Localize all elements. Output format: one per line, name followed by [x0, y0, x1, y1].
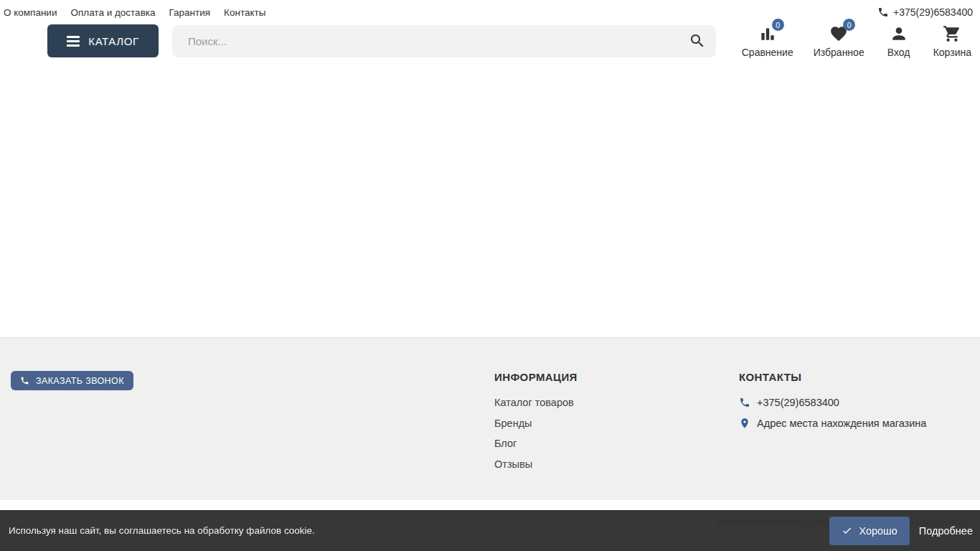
cookie-accept-button[interactable]: Хорошо [829, 517, 909, 545]
footer-info-column: ИНФОРМАЦИЯ Каталог товаров Бренды Блог О… [494, 371, 739, 500]
phone-icon [877, 6, 889, 18]
phone-icon [739, 397, 750, 408]
search-icon [689, 32, 706, 50]
favorites-button[interactable]: 0 Избранное [814, 24, 864, 58]
favorites-badge: 0 [843, 19, 855, 31]
compare-label: Сравнение [742, 47, 793, 58]
check-icon [842, 525, 852, 536]
footer-phone-number: +375(29)6583400 [757, 397, 839, 408]
order-call-button[interactable]: ЗАКАЗАТЬ ЗВОНОК [11, 371, 133, 390]
search-button[interactable] [686, 29, 709, 52]
cart-label: Корзина [933, 47, 971, 58]
footer-link-brands[interactable]: Бренды [494, 418, 739, 429]
catalog-button-label: КАТАЛОГ [88, 35, 138, 47]
footer-phone-link[interactable]: +375(29)6583400 [739, 397, 971, 408]
footer-call-column: ЗАКАЗАТЬ ЗВОНОК [11, 371, 494, 500]
cart-button[interactable]: Корзина [933, 24, 971, 58]
top-utility-bar: О компании Оплата и доставка Гарантия Ко… [0, 0, 980, 24]
catalog-button[interactable]: КАТАЛОГ [47, 24, 159, 57]
favorites-label: Избранное [814, 47, 864, 58]
footer-contacts-column: КОНТАКТЫ +375(29)6583400 Адрес места нах… [739, 371, 971, 500]
main-content [0, 57, 980, 337]
person-icon [890, 24, 908, 43]
footer-address-link[interactable]: Адрес места нахождения магазина [739, 418, 971, 429]
footer-link-reviews[interactable]: Отзывы [494, 458, 739, 470]
header-phone-link[interactable]: +375(29)6583400 [877, 6, 973, 18]
search-input[interactable] [172, 25, 716, 57]
cart-icon [943, 24, 961, 43]
cookie-more-button[interactable]: Подробнее [919, 525, 973, 537]
hamburger-icon [67, 36, 80, 47]
footer-link-catalog[interactable]: Каталог товаров [494, 397, 739, 408]
topnav-link-contacts[interactable]: Контакты [224, 7, 265, 18]
footer-info-title: ИНФОРМАЦИЯ [494, 371, 739, 383]
compare-badge: 0 [772, 19, 784, 31]
top-nav: О компании Оплата и доставка Гарантия Ко… [4, 7, 279, 18]
order-call-label: ЗАКАЗАТЬ ЗВОНОК [36, 376, 124, 386]
main-header: КАТАЛОГ 0 Сравнение 0 Избранное Вход [0, 24, 980, 57]
footer-link-blog[interactable]: Блог [494, 438, 739, 449]
topnav-link-about[interactable]: О компании [4, 7, 57, 18]
login-label: Вход [887, 47, 910, 58]
header-phone-number: +375(29)6583400 [893, 6, 973, 18]
cookie-accept-label: Хорошо [859, 525, 897, 537]
cookie-message: Используя наш сайт, вы соглашаетесь на о… [9, 525, 829, 536]
footer-contacts-title: КОНТАКТЫ [739, 371, 971, 383]
location-pin-icon [739, 418, 750, 429]
compare-button[interactable]: 0 Сравнение [742, 24, 793, 58]
header-actions: 0 Сравнение 0 Избранное Вход Корзина [742, 24, 971, 58]
phone-icon [20, 376, 29, 385]
search-box [172, 25, 716, 57]
topnav-link-payment-delivery[interactable]: Оплата и доставка [70, 7, 155, 18]
footer-address-text: Адрес места нахождения магазина [757, 418, 926, 429]
footer: ЗАКАЗАТЬ ЗВОНОК ИНФОРМАЦИЯ Каталог товар… [0, 337, 980, 500]
login-button[interactable]: Вход [885, 24, 913, 58]
topnav-link-warranty[interactable]: Гарантия [169, 7, 211, 18]
cookie-consent-bar: Используя наш сайт, вы соглашаетесь на о… [0, 510, 980, 551]
